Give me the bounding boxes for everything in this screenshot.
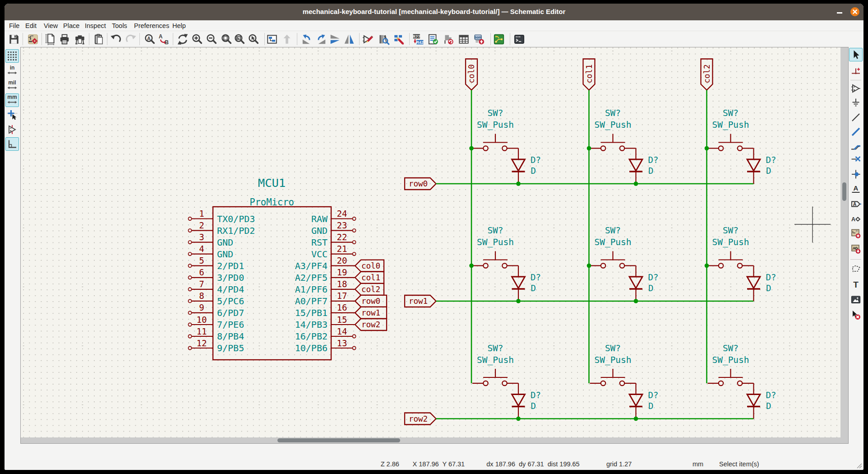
mcu-symbol[interactable]: MCU1 ProMicro 1 TX0/PD3 2 RX1/PD2 3 GND … — [188, 176, 356, 360]
horizontal-scrollbar[interactable] — [21, 437, 840, 443]
toolbar-button-rotate-ccw[interactable] — [300, 33, 314, 46]
toolbar-button-mirror-vertical[interactable] — [328, 33, 342, 46]
toolbar-button-page-settings[interactable] — [44, 33, 57, 46]
left-toolbar-cursor-shape[interactable] — [5, 108, 19, 121]
mcu-hier-label-col2[interactable]: col2 — [355, 283, 384, 295]
toolbar-button-leave-sheet[interactable] — [280, 33, 294, 46]
right-toolbar-bus[interactable] — [849, 125, 863, 139]
resize-grip-icon[interactable] — [856, 462, 862, 469]
toolbar-button-annotate[interactable]: R??R42 — [411, 33, 425, 46]
row-label-row0[interactable]: row0 — [405, 178, 436, 190]
right-toolbar-place-power[interactable] — [849, 96, 863, 110]
left-toolbar-hidden-pins[interactable] — [5, 123, 19, 136]
toolbar-button-schematic-setup[interactable] — [26, 33, 40, 46]
menu-help[interactable]: Help — [172, 22, 186, 29]
mcu-hier-label-row1[interactable]: row1 — [355, 307, 387, 319]
right-toolbar-junction[interactable] — [849, 167, 863, 181]
left-toolbar-units-mils[interactable]: mil — [5, 79, 19, 92]
left-toolbar-hv-lines[interactable] — [5, 137, 19, 151]
right-toolbar-highlight-net[interactable] — [849, 65, 863, 79]
toolbar-button-bom[interactable]: bom — [472, 33, 486, 46]
toolbar-button-zoom-out[interactable] — [205, 33, 218, 46]
switch-cell-r0c2[interactable]: SW? SW_Push D? D — [708, 108, 776, 184]
right-toolbar-draw-lines[interactable] — [849, 262, 863, 276]
menu-edit[interactable]: Edit — [25, 22, 37, 29]
right-toolbar-text[interactable]: T — [849, 278, 863, 291]
diode-triangle-r2c1[interactable] — [629, 395, 642, 406]
minimize-button[interactable] — [834, 6, 845, 17]
toolbar-button-find[interactable]: A — [143, 33, 157, 46]
toolbar-button-undo[interactable] — [109, 33, 123, 46]
menu-inspect[interactable]: Inspect — [85, 22, 106, 29]
switch-cell-r2c0[interactable]: SW? SW_Push D? D — [472, 343, 541, 419]
menu-file[interactable]: File — [9, 22, 19, 29]
toolbar-button-print[interactable] — [58, 33, 71, 46]
toolbar-button-scripting-console[interactable] — [512, 33, 526, 46]
toolbar-button-redo[interactable] — [124, 33, 138, 46]
close-button[interactable] — [850, 7, 859, 16]
vertical-scrollbar[interactable] — [840, 47, 848, 443]
toolbar-button-symbol-editor[interactable] — [361, 33, 375, 46]
diode-triangle-r0c1[interactable] — [629, 159, 642, 171]
left-toolbar-units-inches[interactable]: in — [5, 64, 19, 78]
toolbar-button-symbol-library-browser[interactable] — [377, 33, 391, 46]
right-toolbar-image[interactable] — [849, 293, 863, 307]
diode-triangle-r1c2[interactable] — [747, 277, 760, 288]
menu-place[interactable]: Place — [63, 22, 79, 29]
mcu-hier-label-row2[interactable]: row2 — [355, 319, 387, 330]
switch-cell-r2c2[interactable]: SW? SW_Push D? D — [708, 343, 776, 419]
toolbar-button-paste[interactable] — [92, 33, 106, 46]
right-toolbar-select[interactable] — [849, 48, 863, 61]
mcu-hier-label-col1[interactable]: col1 — [355, 272, 384, 283]
vertical-scrollbar-thumb[interactable] — [842, 182, 847, 201]
switch-cell-r1c1[interactable]: SW? SW_Push D? D — [590, 225, 659, 301]
mcu-hier-label-row0[interactable]: row0 — [355, 295, 387, 307]
horizontal-scrollbar-thumb[interactable] — [277, 438, 400, 442]
right-toolbar-place-symbol[interactable] — [849, 82, 863, 95]
toolbar-button-zoom-objects[interactable] — [233, 33, 246, 46]
right-toolbar-delete[interactable] — [849, 308, 863, 322]
row-label-row2[interactable]: row2 — [405, 413, 436, 425]
diode-triangle-r0c2[interactable] — [747, 159, 760, 171]
toolbar-button-rotate-cw[interactable] — [314, 33, 328, 46]
toolbar-button-zoom-selection[interactable] — [247, 33, 260, 46]
switch-cell-r0c1[interactable]: SW? SW_Push D? D — [590, 108, 659, 184]
right-toolbar-no-connect[interactable] — [849, 153, 863, 166]
diode-triangle-r1c1[interactable] — [629, 277, 642, 288]
col-label-col0[interactable]: col0 — [466, 59, 477, 90]
right-toolbar-wire[interactable] — [849, 111, 863, 124]
toolbar-button-assign-footprints[interactable] — [442, 33, 455, 46]
toolbar-button-hierarchy-navigator[interactable] — [265, 33, 279, 46]
schematic-canvas[interactable]: MCU1 ProMicro 1 TX0/PD3 2 RX1/PD2 3 GND … — [21, 47, 840, 437]
switch-cell-r1c0[interactable]: SW? SW_Push D? D — [472, 225, 541, 301]
toolbar-button-zoom-fit[interactable] — [220, 33, 233, 46]
diode-triangle-r1c0[interactable] — [512, 277, 525, 288]
col-label-col2[interactable]: col2 — [701, 59, 713, 90]
left-toolbar-units-mm[interactable]: mm — [5, 93, 19, 107]
right-toolbar-import-sheet-pin[interactable]: A — [849, 242, 863, 256]
menu-preferences[interactable]: Preferences — [134, 22, 169, 29]
diode-triangle-r2c2[interactable] — [747, 395, 760, 406]
mcu-hier-label-col0[interactable]: col0 — [355, 260, 384, 272]
toolbar-button-symbol-fields-table[interactable] — [457, 33, 471, 46]
toolbar-button-refresh[interactable] — [176, 33, 189, 46]
diode-triangle-r0c0[interactable] — [512, 159, 525, 171]
row-label-row1[interactable]: row1 — [405, 295, 436, 307]
toolbar-button-mirror-horizontal[interactable] — [342, 33, 356, 46]
toolbar-button-footprint-editor[interactable] — [392, 33, 406, 46]
toolbar-button-save[interactable] — [7, 33, 21, 46]
left-toolbar-grid-settings[interactable] — [5, 49, 19, 63]
switch-cell-r0c0[interactable]: SW? SW_Push D? D — [472, 108, 541, 184]
right-toolbar-hierarchical-sheet[interactable] — [849, 227, 863, 240]
toolbar-button-pcb-editor[interactable] — [492, 33, 506, 46]
diode-triangle-r2c0[interactable] — [512, 395, 525, 406]
switch-cell-r1c2[interactable]: SW? SW_Push D? D — [708, 225, 776, 301]
toolbar-button-plot[interactable] — [73, 33, 87, 46]
menu-view[interactable]: View — [44, 22, 58, 29]
menu-tools[interactable]: Tools — [112, 22, 127, 29]
right-toolbar-global-label[interactable]: A — [849, 197, 863, 211]
toolbar-button-erc[interactable] — [426, 33, 440, 46]
switch-cell-r2c1[interactable]: SW? SW_Push D? D — [590, 343, 659, 419]
right-toolbar-hierarchical-label[interactable]: A — [849, 212, 863, 226]
titlebar[interactable]: mechanical-keyboard-tutorial [mechanical… — [5, 4, 863, 20]
